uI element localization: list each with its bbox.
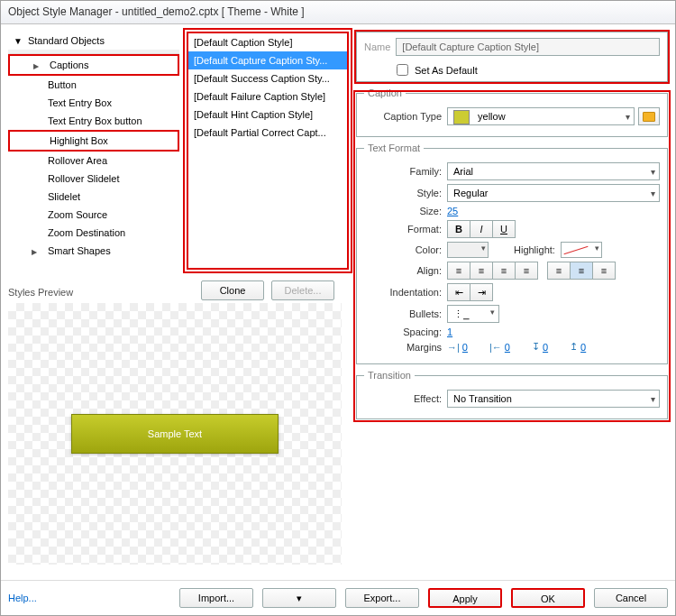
tree-item-rollover-slidelet[interactable]: Rollover Slidelet [8,170,179,188]
bullets-icon: ⋮⎯ [453,308,470,320]
folder-icon [643,112,655,122]
font-size-link[interactable]: 25 [447,206,458,216]
style-list-item[interactable]: [Default Capture Caption Sty... [188,51,347,69]
tree-item-smart-shapes[interactable]: Smart Shapes [8,242,179,260]
caption-legend: Caption [364,87,406,98]
margins-label: Margins [364,342,442,353]
tree-item-rollover-area[interactable]: Rollover Area [8,152,179,170]
bullets-select[interactable]: ⋮⎯ [447,305,499,323]
margin-bottom[interactable]: ↥0 [570,341,586,353]
delete-button: Delete... [271,280,334,300]
tree-item-zoom-destination[interactable]: Zoom Destination [8,224,179,242]
align-center-icon: ≡ [479,265,484,276]
caption-type-value: yellow [478,111,506,122]
italic-button[interactable]: I [470,220,493,238]
valign-top-button[interactable]: ≡ [547,262,571,280]
tree-item-zoom-source[interactable]: Zoom Source [8,206,179,224]
object-style-manager-window: Object Style Manager - untitled_demo2.cp… [0,0,676,616]
align-label: Align: [364,265,442,276]
style-list-item[interactable]: [Default Hint Caption Style] [188,106,347,124]
size-label: Size: [364,206,442,216]
dialog-footer: Help... Import... ▾ Export... Apply OK C… [1,580,675,615]
text-color-picker[interactable] [447,242,489,258]
valign-middle-button[interactable]: ≡ [570,262,593,280]
tree-item-captions[interactable]: Captions [8,54,179,76]
align-center-button[interactable]: ≡ [470,262,493,280]
family-label: Family: [364,166,442,177]
margin-left[interactable]: →|0 [447,342,468,353]
caption-fieldset: Caption Caption Type yellow [356,87,668,137]
caption-color-swatch [453,110,470,124]
indent-button[interactable]: ⇥ [470,283,493,301]
bullets-label: Bullets: [364,308,442,319]
tree-root[interactable]: ▼ Standard Objects [8,32,179,53]
clone-button[interactable]: Clone [201,280,264,300]
object-tree: ▼ Standard Objects CaptionsButtonText En… [8,32,179,565]
font-family-select[interactable]: Arial [447,162,660,180]
style-list-item[interactable]: [Default Caption Style] [188,33,347,51]
window-title: Object Style Manager - untitled_demo2.cp… [1,1,675,24]
styles-preview-label: Styles Preview [8,287,179,298]
format-label: Format: [364,224,442,234]
margin-top[interactable]: ↧0 [532,341,548,353]
style-list-item[interactable]: [Default Partial Correct Capt... [188,124,347,142]
transition-fieldset: Transition Effect: No Transition [356,370,668,419]
export-button[interactable]: Export... [345,588,419,608]
indent-icon: ⇥ [478,287,486,299]
name-box: Name [Default Capture Caption Style] Set… [356,32,668,82]
spacing-label: Spacing: [364,326,442,337]
valign-middle-icon: ≡ [579,265,584,276]
tree-item-text-entry-box-button[interactable]: Text Entry Box button [8,112,179,130]
valign-top-icon: ≡ [556,265,562,276]
style-list-item[interactable]: [Default Success Caption Sty... [188,69,347,87]
browse-caption-button[interactable] [638,107,660,125]
collapse-arrow-icon: ▼ [14,36,23,46]
style-label: Style: [364,188,442,198]
tree-item-slidelet[interactable]: Slidelet [8,188,179,206]
text-format-legend: Text Format [364,143,424,153]
transition-effect-select[interactable]: No Transition [447,390,660,408]
align-justify-button[interactable]: ≡ [515,262,538,280]
style-name-field[interactable]: [Default Capture Caption Style] [396,38,660,56]
margin-right[interactable]: |←0 [489,342,510,353]
highlight-color-picker[interactable] [561,242,602,258]
align-right-button[interactable]: ≡ [492,262,516,280]
format-buttons: B I U [447,220,516,238]
help-link[interactable]: Help... [8,593,37,603]
caption-type-label: Caption Type [364,111,442,122]
align-left-icon: ≡ [456,265,461,276]
bold-button[interactable]: B [447,220,470,238]
font-style-select[interactable]: Regular [447,184,660,202]
outdent-button[interactable]: ⇤ [447,283,470,301]
body-area: ▼ Standard Objects CaptionsButtonText En… [1,24,675,580]
name-label: Name [364,41,390,52]
import-menu-button[interactable]: ▾ [262,588,336,608]
text-format-fieldset: Text Format Family: Arial Style: Regular… [356,143,668,364]
style-list-column: [Default Caption Style][Default Capture … [187,32,349,565]
style-list[interactable]: [Default Caption Style][Default Capture … [187,32,349,270]
spacing-link[interactable]: 1 [447,326,452,337]
effect-label: Effect: [364,393,442,404]
caption-type-select[interactable]: yellow [447,107,635,125]
set-as-default-label: Set As Default [415,65,478,76]
indent-label: Indentation: [364,287,442,298]
underline-button[interactable]: U [492,220,516,238]
import-button[interactable]: Import... [179,588,253,608]
tree-item-button[interactable]: Button [8,76,179,94]
tree-item-text-entry-box[interactable]: Text Entry Box [8,94,179,112]
valign-bottom-button[interactable]: ≡ [592,262,616,280]
apply-button[interactable]: Apply [428,588,502,608]
outdent-icon: ⇤ [455,287,463,299]
align-left-button[interactable]: ≡ [447,262,470,280]
valign-bottom-icon: ≡ [601,265,607,276]
color-label: Color: [364,244,442,255]
set-as-default-checkbox[interactable] [397,64,408,76]
properties-panel: Name [Default Capture Caption Style] Set… [356,32,668,565]
ok-button[interactable]: OK [511,588,585,608]
cancel-button[interactable]: Cancel [594,588,668,608]
align-justify-icon: ≡ [524,265,529,276]
align-right-icon: ≡ [501,265,507,276]
tree-item-highlight-box[interactable]: Highlight Box [8,130,179,152]
tree-root-label: Standard Objects [28,35,105,46]
style-list-item[interactable]: [Default Failure Caption Style] [188,87,347,106]
